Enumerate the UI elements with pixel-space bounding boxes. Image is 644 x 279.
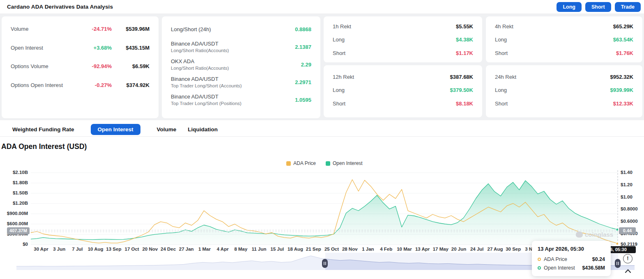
rekt-row: Short$1.17K xyxy=(333,49,473,57)
rekt-row: Short$12.33K xyxy=(495,99,633,107)
ratio-value: 2.1387 xyxy=(295,44,311,50)
ratio-labels: Binance ADA/USDTTop Trader Long/Short (P… xyxy=(171,94,295,106)
range-handle-right[interactable] xyxy=(615,259,621,268)
rekt-card-24h: 24h Rekt$952.32KLong$939.99KShort$12.33K xyxy=(486,65,642,117)
stat-percent-change: -0.27% xyxy=(74,82,112,88)
stat-row: Options Volume-92.94%$6.59K xyxy=(11,62,150,71)
tooltip-series-label: Open Interest xyxy=(544,265,575,271)
rekt-card-4h: 4h Rekt$65.29KLong$63.54KShort$1.76K xyxy=(486,16,642,62)
ratio-value: 0.8868 xyxy=(295,26,311,32)
rekt-label: Long xyxy=(333,87,450,93)
stat-label: Options Volume xyxy=(11,63,74,69)
rekt-label: Long xyxy=(495,87,610,93)
y-axis-right-label: $0.8000 xyxy=(621,206,644,212)
rekt-row: Long$939.99K xyxy=(495,86,633,94)
stat-label: Open Interest xyxy=(11,45,74,51)
tooltip-series-dot xyxy=(538,258,541,261)
stat-row: Open Interest+3.68%$435.15M xyxy=(11,43,150,52)
ratio-labels: Binance ADA/USDTTop Trader Long/Short (A… xyxy=(171,76,295,88)
current-open-interest-badge: 407.37M xyxy=(7,227,30,234)
ratio-row: Long/Short (24h)0.8868 xyxy=(171,23,311,35)
coinglass-watermark: coinglass xyxy=(576,231,613,238)
ratio-label: OKX ADA xyxy=(171,58,301,64)
rekt-row: Long$63.54K xyxy=(495,36,633,44)
trade-button[interactable]: Trade xyxy=(615,2,641,12)
tab-weighted-funding-rate[interactable]: Weighted Funding Rate xyxy=(7,124,80,135)
rekt-long-value: $379.50K xyxy=(450,87,473,93)
y-axis-left-label: $2.10B xyxy=(0,170,28,175)
y-axis-left-label: $900.00M xyxy=(0,211,28,216)
ratio-labels: Binance ADA/USDTLong/Short Ratio(Account… xyxy=(171,41,295,53)
rekt-label: Long xyxy=(495,37,613,43)
stat-value: $435.15M xyxy=(112,45,150,51)
ratio-sublabel: Long/Short Ratio(Accounts) xyxy=(171,48,295,53)
short-button[interactable]: Short xyxy=(585,2,611,12)
y-axis-left-label: $600.00M xyxy=(0,221,28,226)
ratio-labels: OKX ADALong/Short Ratio(Accounts) xyxy=(171,58,301,71)
long-button[interactable]: Long xyxy=(557,2,582,12)
chart-tabs: Weighted Funding RateOpen InterestVolume… xyxy=(0,123,644,137)
rekt-total-value: $65.29K xyxy=(613,23,633,30)
ratio-label: Binance ADA/USDT xyxy=(171,76,295,82)
ratio-sublabel: Top Trader Long/Short (Positions) xyxy=(171,101,295,106)
rekt-short-value: $12.33K xyxy=(613,101,633,107)
legend-label: Open Interest xyxy=(333,160,363,166)
legend-item-open-interest[interactable]: Open Interest xyxy=(326,160,363,166)
ratio-row: Binance ADA/USDTTop Trader Long/Short (P… xyxy=(171,94,311,106)
stat-label: Volume xyxy=(11,26,74,32)
y-axis-left-label: $1.50B xyxy=(0,190,28,196)
range-handle-left[interactable] xyxy=(322,259,328,268)
rekt-label: 12h Rekt xyxy=(333,74,450,80)
rekt-long-value: $4.38K xyxy=(456,37,473,43)
rekt-long-value: $63.54K xyxy=(613,37,633,43)
ada-price-end-dot xyxy=(616,242,618,245)
rekt-row: Short$8.18K xyxy=(333,99,473,107)
tab-open-interest[interactable]: Open Interest xyxy=(91,124,140,135)
stat-percent-change: -92.94% xyxy=(74,63,112,69)
y-axis-left-label: $0 xyxy=(0,242,28,247)
rekt-row: 1h Rekt$5.55K xyxy=(333,22,473,30)
legend-item-ada-price[interactable]: ADA Price xyxy=(286,160,316,166)
current-price-badge: 0.44 xyxy=(619,227,636,234)
rekt-label: Short xyxy=(333,50,456,56)
y-axis-left-label: $1.80B xyxy=(0,180,28,185)
tooltip-series-value: $436.58M xyxy=(582,265,605,271)
rekt-short-value: $1.17K xyxy=(456,50,473,56)
rekt-label: Short xyxy=(333,101,456,107)
stat-row: Volume-24.71%$539.96M xyxy=(11,25,150,33)
stat-label: Options Open Interest xyxy=(11,82,74,88)
ratio-value: 1.0595 xyxy=(295,97,311,103)
rekt-total-value: $5.55K xyxy=(456,23,473,30)
market-stats-card: Volume-24.71%$539.96MOpen Interest+3.68%… xyxy=(2,16,159,118)
tab-volume[interactable]: Volume xyxy=(151,124,182,135)
stat-percent-change: -24.71% xyxy=(74,26,112,32)
ratio-row: Binance ADA/USDTLong/Short Ratio(Account… xyxy=(171,41,311,53)
ratio-labels: Long/Short (24h) xyxy=(171,26,295,32)
tooltip-series-dot xyxy=(538,266,541,270)
rekt-card-1h: 1h Rekt$5.55KLong$4.38KShort$1.17K xyxy=(324,16,482,62)
chart-tooltip: 13 Apr 2026, 05:30 ADA Price$0.24Open In… xyxy=(532,241,611,276)
stat-value: $6.59K xyxy=(112,63,150,69)
navigator-unselected-left xyxy=(16,253,325,270)
rekt-label: Short xyxy=(495,101,613,107)
rekt-row: 4h Rekt$65.29K xyxy=(495,22,633,30)
tooltip-timestamp: 13 Apr 2026, 05:30 xyxy=(538,246,605,252)
stat-row: Options Open Interest-0.27%$374.92K xyxy=(11,81,150,89)
rekt-total-value: $387.68K xyxy=(450,74,473,80)
chart-section-title: ADA Open Interest (USD) xyxy=(1,142,87,151)
stat-value: $374.92K xyxy=(112,82,150,88)
tab-liquidation[interactable]: Liquidation xyxy=(182,124,223,135)
stat-percent-change: +3.68% xyxy=(74,45,112,51)
open-interest-chart[interactable] xyxy=(31,170,618,245)
ratio-label: Binance ADA/USDT xyxy=(171,41,295,47)
ratio-sublabel: Long/Short Ratio(Accounts) xyxy=(171,66,301,71)
rekt-label: 1h Rekt xyxy=(333,23,456,30)
alert-settings-icon[interactable]: ! xyxy=(623,254,632,263)
ratio-value: 2.29 xyxy=(301,62,311,68)
chevron-up-icon[interactable] xyxy=(623,267,633,275)
header-actions: LongShortTrade xyxy=(557,2,641,12)
rekt-row: 12h Rekt$387.68K xyxy=(333,73,473,81)
y-axis-right-label: $1.20 xyxy=(621,182,644,188)
ratio-label: Binance ADA/USDT xyxy=(171,94,295,100)
ratio-row: OKX ADALong/Short Ratio(Accounts)2.29 xyxy=(171,58,311,71)
